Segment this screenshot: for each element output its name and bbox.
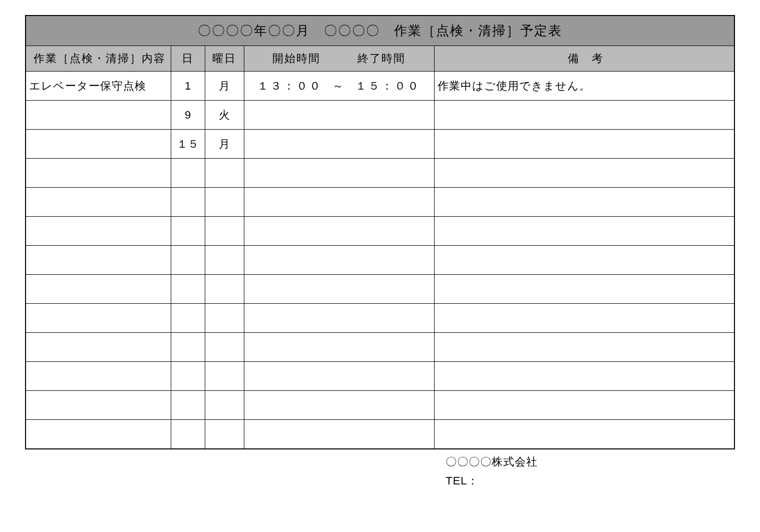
cell-remarks bbox=[434, 246, 734, 275]
cell-time bbox=[244, 159, 434, 188]
cell-content bbox=[26, 420, 171, 449]
cell-weekday bbox=[205, 391, 244, 420]
footer: 〇〇〇〇株式会社 TEL： bbox=[25, 454, 735, 488]
cell-weekday bbox=[205, 362, 244, 391]
table-row bbox=[26, 246, 734, 275]
cell-weekday: 火 bbox=[205, 101, 244, 130]
cell-day bbox=[171, 159, 205, 188]
cell-time bbox=[244, 420, 434, 449]
cell-content bbox=[26, 159, 171, 188]
cell-remarks bbox=[434, 333, 734, 362]
table-row: 9 火 bbox=[26, 101, 734, 130]
cell-weekday bbox=[205, 159, 244, 188]
cell-day bbox=[171, 362, 205, 391]
table-row bbox=[26, 420, 734, 449]
cell-day: 9 bbox=[171, 101, 205, 130]
header-end-time: 終了時間 bbox=[357, 51, 406, 66]
cell-time bbox=[244, 101, 434, 130]
cell-time: １３：００ ～ １５：００ bbox=[244, 72, 434, 101]
title-row: 〇〇〇〇年〇〇月 〇〇〇〇 作業［点検・清掃］予定表 bbox=[26, 16, 734, 46]
cell-remarks bbox=[434, 391, 734, 420]
cell-time bbox=[244, 333, 434, 362]
cell-content bbox=[26, 304, 171, 333]
cell-weekday: 月 bbox=[205, 72, 244, 101]
cell-content bbox=[26, 188, 171, 217]
cell-content: エレベーター保守点検 bbox=[26, 72, 171, 101]
header-day: 日 bbox=[171, 46, 205, 72]
cell-time bbox=[244, 391, 434, 420]
footer-tel: TEL： bbox=[446, 473, 735, 488]
cell-weekday bbox=[205, 217, 244, 246]
cell-remarks bbox=[434, 130, 734, 159]
header-weekday: 曜日 bbox=[205, 46, 244, 72]
table-row bbox=[26, 217, 734, 246]
cell-remarks bbox=[434, 420, 734, 449]
header-content: 作業［点検・清掃］内容 bbox=[26, 46, 171, 72]
cell-remarks bbox=[434, 275, 734, 304]
cell-time bbox=[244, 217, 434, 246]
cell-day bbox=[171, 217, 205, 246]
footer-company: 〇〇〇〇株式会社 bbox=[446, 454, 735, 469]
cell-time bbox=[244, 304, 434, 333]
cell-weekday bbox=[205, 420, 244, 449]
table-row bbox=[26, 333, 734, 362]
cell-weekday bbox=[205, 246, 244, 275]
table-row bbox=[26, 275, 734, 304]
header-remarks: 備 考 bbox=[434, 46, 734, 72]
table-row bbox=[26, 391, 734, 420]
cell-day: １５ bbox=[171, 130, 205, 159]
table-row: エレベーター保守点検 1 月 １３：００ ～ １５：００ 作業中はご使用できませ… bbox=[26, 72, 734, 101]
cell-day bbox=[171, 246, 205, 275]
cell-end-time: １５：００ bbox=[355, 79, 421, 94]
cell-time bbox=[244, 130, 434, 159]
cell-remarks bbox=[434, 188, 734, 217]
cell-day bbox=[171, 275, 205, 304]
cell-start-time: １３：００ bbox=[257, 79, 322, 94]
cell-remarks bbox=[434, 101, 734, 130]
cell-remarks bbox=[434, 217, 734, 246]
cell-time bbox=[244, 275, 434, 304]
cell-remarks bbox=[434, 159, 734, 188]
cell-content bbox=[26, 130, 171, 159]
cell-tilde: ～ bbox=[332, 79, 345, 94]
table-row bbox=[26, 362, 734, 391]
cell-content bbox=[26, 217, 171, 246]
table-row bbox=[26, 188, 734, 217]
cell-time bbox=[244, 362, 434, 391]
cell-time bbox=[244, 246, 434, 275]
cell-weekday bbox=[205, 333, 244, 362]
cell-content bbox=[26, 391, 171, 420]
table-row: １５ 月 bbox=[26, 130, 734, 159]
cell-day bbox=[171, 304, 205, 333]
cell-remarks bbox=[434, 362, 734, 391]
cell-weekday: 月 bbox=[205, 130, 244, 159]
header-time: 開始時間 終了時間 bbox=[244, 46, 434, 72]
header-row: 作業［点検・清掃］内容 日 曜日 開始時間 終了時間 備 考 bbox=[26, 46, 734, 72]
cell-remarks bbox=[434, 304, 734, 333]
cell-content bbox=[26, 101, 171, 130]
cell-weekday bbox=[205, 188, 244, 217]
cell-content bbox=[26, 333, 171, 362]
header-start-time: 開始時間 bbox=[272, 51, 320, 66]
cell-day: 1 bbox=[171, 72, 205, 101]
table-row bbox=[26, 304, 734, 333]
cell-content bbox=[26, 275, 171, 304]
cell-day bbox=[171, 333, 205, 362]
cell-day bbox=[171, 420, 205, 449]
cell-weekday bbox=[205, 275, 244, 304]
cell-content bbox=[26, 362, 171, 391]
cell-time bbox=[244, 188, 434, 217]
cell-remarks: 作業中はご使用できません。 bbox=[434, 72, 734, 101]
cell-weekday bbox=[205, 304, 244, 333]
schedule-table: 〇〇〇〇年〇〇月 〇〇〇〇 作業［点検・清掃］予定表 作業［点検・清掃］内容 日… bbox=[25, 15, 735, 449]
cell-day bbox=[171, 391, 205, 420]
cell-day bbox=[171, 188, 205, 217]
document-title: 〇〇〇〇年〇〇月 〇〇〇〇 作業［点検・清掃］予定表 bbox=[26, 16, 734, 46]
cell-content bbox=[26, 246, 171, 275]
table-row bbox=[26, 159, 734, 188]
